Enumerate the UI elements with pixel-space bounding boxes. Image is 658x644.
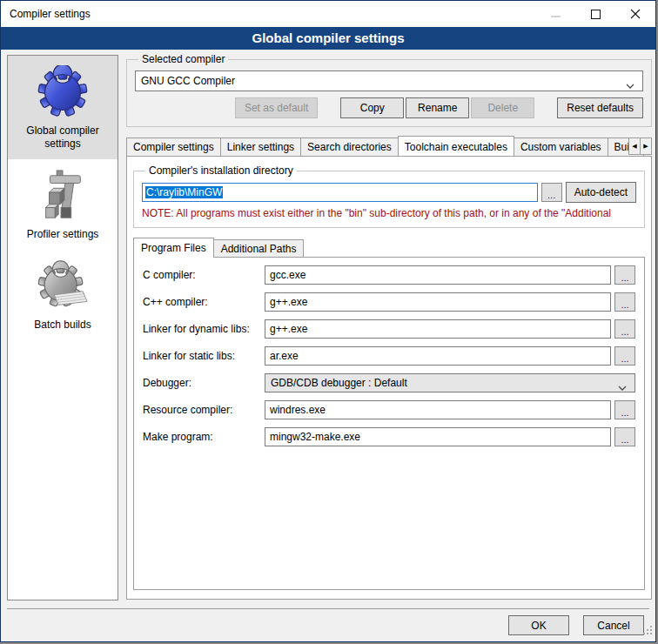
- dynamic-linker-input[interactable]: [265, 319, 611, 339]
- tab-scroll-right-button[interactable]: ▶: [640, 138, 652, 155]
- browse-button[interactable]: ...: [614, 319, 635, 339]
- settings-tab-bar: Compiler settings Linker settings Search…: [126, 135, 652, 156]
- tab-linker-settings[interactable]: Linker settings: [220, 138, 301, 156]
- toolchain-executables-page: Compiler's installation directory C:\ray…: [126, 156, 652, 600]
- arrow-right-icon: ▶: [643, 143, 648, 150]
- footer-buttons: OK Cancel: [508, 615, 644, 635]
- c-compiler-input[interactable]: [265, 265, 611, 285]
- title-bar: Compiler settings: [1, 1, 655, 27]
- caption-buttons: [535, 1, 655, 27]
- close-icon: [630, 9, 641, 19]
- reset-defaults-button[interactable]: Reset defaults: [557, 97, 643, 118]
- rename-button[interactable]: Rename: [406, 97, 469, 118]
- static-linker-label: Linker for static libs:: [143, 350, 265, 362]
- dynamic-linker-label: Linker for dynamic libs:: [143, 323, 265, 335]
- tab-toolchain-executables[interactable]: Toolchain executables: [398, 136, 514, 156]
- resource-compiler-label: Resource compiler:: [143, 404, 265, 416]
- debugger-label: Debugger:: [143, 377, 265, 389]
- resource-compiler-input[interactable]: [265, 400, 611, 419]
- bin-subdirectory-note: NOTE: All programs must exist either in …: [142, 207, 636, 219]
- make-program-label: Make program:: [143, 431, 265, 443]
- sidebar-item-batch-builds[interactable]: Batch builds: [8, 250, 118, 340]
- tab-scroll-buttons: ◀ ▶: [629, 138, 652, 155]
- compiler-select-value: GNU GCC Compiler: [141, 75, 235, 87]
- window-title: Compiler settings: [1, 8, 91, 20]
- compiler-buttons-row: Set as default Copy Rename Delete Reset …: [135, 97, 643, 118]
- dynamic-linker-row: Linker for dynamic libs: ...: [143, 319, 635, 339]
- selected-compiler-group: Selected compiler GNU GCC Compiler Set a…: [126, 53, 652, 127]
- tab-compiler-settings[interactable]: Compiler settings: [126, 138, 221, 156]
- tab-search-directories[interactable]: Search directories: [300, 138, 399, 156]
- minimize-icon: [551, 10, 561, 19]
- browse-button[interactable]: ...: [614, 400, 635, 419]
- compiler-settings-dialog: Compiler settings Global compiler settin…: [0, 0, 656, 642]
- tab-scroll-left-button[interactable]: ◀: [628, 138, 641, 155]
- ok-button[interactable]: OK: [508, 615, 569, 635]
- main-panel: Selected compiler GNU GCC Compiler Set a…: [126, 53, 652, 600]
- caliper-icon: [11, 168, 114, 224]
- static-linker-input[interactable]: [265, 346, 611, 366]
- subtab-additional-paths[interactable]: Additional Paths: [213, 239, 305, 257]
- gray-gear-stack-icon: [11, 258, 114, 314]
- debugger-select-value: GDB/CDB debugger : Default: [271, 377, 407, 389]
- delete-button[interactable]: Delete: [471, 97, 534, 118]
- make-program-row: Make program: ...: [143, 427, 635, 446]
- installation-directory-row: C:\raylib\MinGW ... Auto-detect: [142, 182, 636, 203]
- auto-detect-button[interactable]: Auto-detect: [566, 182, 636, 203]
- browse-button[interactable]: ...: [614, 292, 635, 312]
- installation-directory-input[interactable]: C:\raylib\MinGW: [142, 183, 538, 202]
- c-compiler-label: C compiler:: [143, 269, 265, 281]
- cancel-button[interactable]: Cancel: [583, 615, 644, 635]
- sidebar-item-label: Batch builds: [11, 319, 114, 332]
- browse-button[interactable]: ...: [614, 427, 635, 446]
- cpp-compiler-input[interactable]: [265, 292, 611, 312]
- minimize-button[interactable]: [535, 1, 575, 27]
- installation-directory-group-label: Compiler's installation directory: [145, 164, 297, 177]
- browse-button[interactable]: ...: [614, 265, 635, 285]
- c-compiler-row: C compiler: ...: [143, 265, 635, 285]
- maximize-button[interactable]: [575, 1, 615, 27]
- debugger-row: Debugger: GDB/CDB debugger : Default: [143, 373, 635, 392]
- program-files-page: C compiler: ... C++ compiler: ... Linker…: [133, 257, 645, 590]
- blue-gear-icon: [11, 64, 114, 120]
- arrow-left-icon: ◀: [632, 143, 636, 150]
- chevron-down-icon: [618, 381, 627, 393]
- make-program-input[interactable]: [265, 427, 611, 446]
- sidebar-item-global-compiler-settings[interactable]: Global compiler settings: [8, 56, 118, 159]
- maximize-icon: [591, 10, 601, 19]
- sidebar-item-label: Global compiler settings: [11, 124, 114, 151]
- compiler-select[interactable]: GNU GCC Compiler: [135, 70, 643, 91]
- footer-divider: [7, 608, 649, 609]
- sidebar-item-profiler-settings[interactable]: Profiler settings: [8, 159, 118, 250]
- chevron-down-icon: [626, 79, 634, 91]
- selected-compiler-group-label: Selected compiler: [138, 53, 228, 65]
- debugger-select[interactable]: GDB/CDB debugger : Default: [265, 373, 635, 392]
- cpp-compiler-label: C++ compiler:: [143, 296, 265, 308]
- dialog-body: Global compiler settings: [1, 50, 655, 641]
- program-files-tab-bar: Program Files Additional Paths: [133, 237, 645, 257]
- resource-compiler-row: Resource compiler: ...: [143, 400, 635, 419]
- settings-category-list: Global compiler settings: [7, 55, 118, 600]
- sidebar-item-label: Profiler settings: [11, 228, 114, 241]
- cpp-compiler-row: C++ compiler: ...: [143, 292, 635, 312]
- browse-button[interactable]: ...: [614, 346, 635, 366]
- static-linker-row: Linker for static libs: ...: [143, 346, 635, 366]
- tab-custom-variables[interactable]: Custom variables: [514, 138, 608, 156]
- set-as-default-button[interactable]: Set as default: [235, 97, 318, 118]
- resize-grip[interactable]: [642, 623, 653, 639]
- installation-directory-group: Compiler's installation directory C:\ray…: [133, 164, 645, 228]
- installation-directory-value: C:\raylib\MinGW: [145, 186, 223, 198]
- browse-directory-button[interactable]: ...: [541, 183, 562, 202]
- copy-button[interactable]: Copy: [340, 97, 404, 118]
- subtab-program-files[interactable]: Program Files: [133, 238, 214, 258]
- close-button[interactable]: [615, 1, 655, 27]
- dialog-banner-title: Global compiler settings: [1, 27, 655, 50]
